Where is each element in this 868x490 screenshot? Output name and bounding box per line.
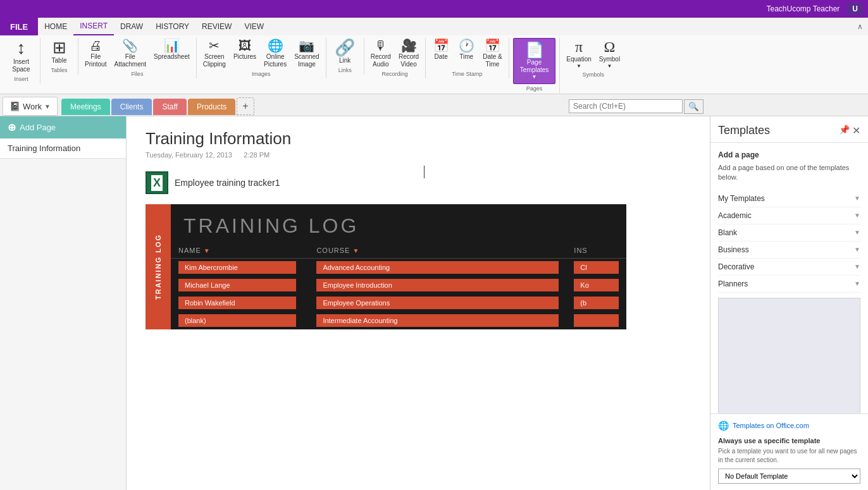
excel-icon-x: X bbox=[151, 175, 163, 191]
table-icon: ⊞ bbox=[53, 39, 66, 56]
add-page-btn[interactable]: ⊕ Add Page bbox=[0, 116, 126, 138]
screen-clipping-btn[interactable]: ✂ ScreenClipping bbox=[201, 38, 228, 70]
scanned-image-btn[interactable]: 📷 ScannedImage bbox=[292, 38, 321, 70]
collapse-ribbon-btn[interactable]: ∧ bbox=[857, 22, 863, 31]
title-bar: TeachUcomp Teacher U bbox=[0, 0, 868, 18]
screen-clipping-icon: ✂ bbox=[209, 39, 220, 52]
record-audio-icon: 🎙 bbox=[375, 39, 387, 52]
equation-icon: π bbox=[575, 39, 583, 54]
my-templates-chevron: ▼ bbox=[854, 195, 860, 202]
table-row: Kim Abercrombie Advanced Accounting Cl bbox=[171, 259, 626, 277]
excel-icon: X bbox=[146, 171, 168, 194]
attachment-name[interactable]: Employee training tracker1 bbox=[175, 178, 280, 188]
file-printout-btn[interactable]: 🖨 FilePrintout bbox=[82, 38, 109, 70]
page-item-training[interactable]: Training Information bbox=[0, 138, 126, 159]
menu-review[interactable]: REVIEW bbox=[195, 18, 238, 35]
cell-name-2: Michael Lange bbox=[171, 276, 304, 294]
menu-file[interactable]: FILE bbox=[0, 18, 38, 35]
record-video-icon: 🎥 bbox=[401, 39, 417, 52]
templates-footer: 🌐 Templates on Office.com Always use a s… bbox=[710, 413, 868, 490]
add-page-icon: ⊕ bbox=[8, 121, 16, 133]
cell-course-3: Employee Operations bbox=[304, 294, 566, 312]
cell-ins-4 bbox=[566, 312, 626, 329]
table-btn[interactable]: ⊞ Table bbox=[46, 38, 73, 66]
search-input[interactable] bbox=[569, 99, 683, 113]
course-filter-icon[interactable]: ▼ bbox=[353, 247, 360, 254]
symbol-icon: Ω bbox=[604, 39, 616, 54]
ribbon-group-links: 🔗 Link Links bbox=[326, 38, 364, 75]
academic-chevron: ▼ bbox=[854, 212, 860, 219]
scanned-image-icon: 📷 bbox=[299, 39, 314, 52]
template-cat-academic[interactable]: Academic ▼ bbox=[718, 207, 860, 224]
file-printout-label: FilePrintout bbox=[85, 53, 106, 68]
notebook-title[interactable]: 📓 Work ▼ bbox=[3, 97, 58, 116]
menu-home[interactable]: HOME bbox=[38, 18, 73, 35]
training-log-content: TRAINING LOG NAME ▼ COURSE ▼ INS bbox=[171, 204, 626, 329]
insert-space-btn[interactable]: ↕ InsertSpace bbox=[8, 38, 35, 75]
office-link[interactable]: 🌐 Templates on Office.com bbox=[718, 420, 860, 431]
file-attachment-label: FileAttachment bbox=[114, 53, 146, 68]
link-icon: 🔗 bbox=[335, 39, 355, 56]
file-attachment-btn[interactable]: 📎 FileAttachment bbox=[111, 38, 149, 70]
tables-group-label: Tables bbox=[51, 66, 67, 75]
cell-name-4: (blank) bbox=[171, 312, 304, 329]
online-pictures-btn[interactable]: 🌐 OnlinePictures bbox=[261, 38, 289, 70]
search-button[interactable]: 🔍 bbox=[684, 99, 704, 114]
notebook-title-label: Work bbox=[23, 102, 42, 111]
section-tab-clients[interactable]: Clients bbox=[111, 99, 152, 115]
symbol-btn[interactable]: Ω Symbol ▼ bbox=[597, 38, 623, 70]
symbols-group-label: Symbols bbox=[582, 70, 604, 79]
equation-btn[interactable]: π Equation ▼ bbox=[564, 38, 593, 70]
my-templates-label: My Templates bbox=[718, 194, 765, 203]
menu-insert[interactable]: INSERT bbox=[73, 18, 114, 35]
section-tabs: Meetings Clients Staff Products + bbox=[58, 97, 254, 115]
training-log: TRAINING LOG TRAINING LOG NAME ▼ COURSE … bbox=[146, 204, 626, 329]
templates-pin-icon[interactable]: 📌 bbox=[839, 125, 850, 137]
add-section-btn[interactable]: + bbox=[237, 97, 254, 115]
menu-history[interactable]: HISTORY bbox=[149, 18, 195, 35]
log-table: NAME ▼ COURSE ▼ INS Kim Abercrombie Adva… bbox=[171, 243, 626, 329]
link-btn[interactable]: 🔗 Link bbox=[331, 38, 359, 66]
record-audio-btn[interactable]: 🎙 RecordAudio bbox=[368, 38, 394, 70]
ribbon-group-recording: 🎙 RecordAudio 🎥 RecordVideo Recording bbox=[364, 38, 426, 78]
templates-close-btn[interactable]: ✕ bbox=[852, 125, 860, 137]
time-btn[interactable]: 🕐 Time bbox=[455, 38, 478, 62]
add-page-heading: Add a page bbox=[718, 150, 860, 159]
template-cat-my-templates[interactable]: My Templates ▼ bbox=[718, 190, 860, 207]
record-video-btn[interactable]: 🎥 RecordVideo bbox=[396, 38, 421, 70]
section-tab-products[interactable]: Products bbox=[188, 99, 235, 115]
cell-name-3: Robin Wakefield bbox=[171, 294, 304, 312]
menu-draw[interactable]: DRAW bbox=[114, 18, 149, 35]
attachment-row: X Employee training tracker1 bbox=[146, 171, 691, 194]
blank-chevron: ▼ bbox=[854, 229, 860, 236]
pictures-btn[interactable]: 🖼 Pictures bbox=[231, 38, 259, 62]
spreadsheet-btn[interactable]: 📊 Spreadsheet bbox=[151, 38, 192, 62]
template-cat-decorative[interactable]: Decorative ▼ bbox=[718, 259, 860, 276]
page-templates-btn[interactable]: 📄 PageTemplates ▼ bbox=[513, 38, 556, 84]
date-btn[interactable]: 📅 Date bbox=[430, 38, 452, 62]
page-title: Training Information bbox=[146, 129, 691, 149]
page-meta: Tuesday, February 12, 2013 2:28 PM bbox=[146, 151, 691, 159]
date-time-btn[interactable]: 📅 Date &Time bbox=[480, 38, 505, 70]
main-area: ⊕ Add Page Training Information Training… bbox=[0, 116, 868, 490]
globe-icon: 🌐 bbox=[718, 420, 729, 431]
name-filter-icon[interactable]: ▼ bbox=[204, 247, 211, 254]
templates-panel: Templates 📌 ✕ Add a page Add a page base… bbox=[710, 116, 868, 490]
ribbon-group-images: ✂ ScreenClipping 🖼 Pictures 🌐 OnlinePict… bbox=[197, 38, 326, 78]
content-area: Training Information Tuesday, February 1… bbox=[127, 116, 710, 490]
section-tab-meetings[interactable]: Meetings bbox=[61, 99, 110, 115]
cell-ins-2: Ko bbox=[566, 276, 626, 294]
files-group-label: Files bbox=[131, 70, 143, 78]
menu-view[interactable]: VIEW bbox=[238, 18, 270, 35]
section-tab-staff[interactable]: Staff bbox=[153, 99, 186, 115]
template-cat-business[interactable]: Business ▼ bbox=[718, 242, 860, 259]
template-cat-blank[interactable]: Blank ▼ bbox=[718, 224, 860, 242]
training-log-title: TRAINING LOG bbox=[171, 204, 626, 243]
notebook-icon: 📓 bbox=[9, 101, 20, 111]
template-cat-planners[interactable]: Planners ▼ bbox=[718, 276, 860, 293]
default-template-select[interactable]: No Default Template bbox=[718, 469, 860, 484]
equation-dropdown-icon: ▼ bbox=[576, 63, 581, 69]
col-course: COURSE ▼ bbox=[304, 243, 566, 259]
record-video-label: RecordVideo bbox=[399, 53, 419, 68]
decorative-label: Decorative bbox=[718, 262, 754, 271]
